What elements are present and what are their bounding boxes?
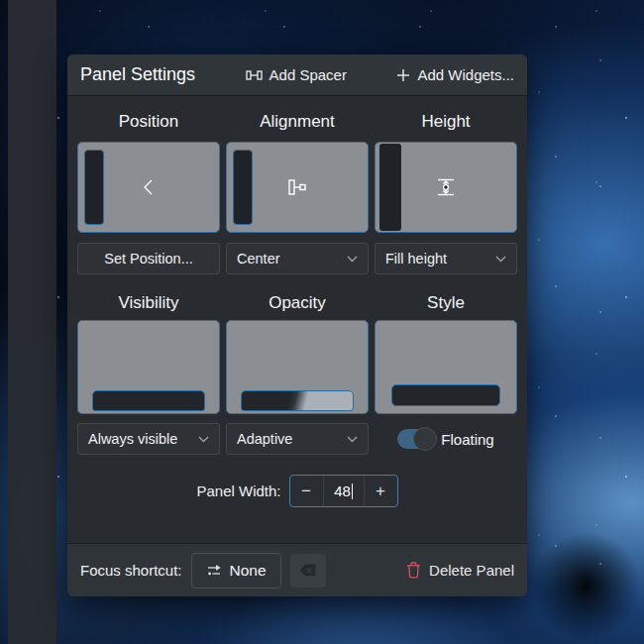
panel-width-label: Panel Width:: [196, 483, 280, 499]
alignment-icon: [227, 143, 368, 232]
adaptive-opacity-indicator: [241, 390, 354, 411]
visibility-combobox[interactable]: Always visible: [77, 423, 220, 455]
toggle-knob: [413, 427, 437, 451]
floating-toggle-label: Floating: [441, 431, 493, 448]
height-resize-icon: [376, 143, 516, 232]
height-label: Height: [375, 112, 517, 132]
floating-panel-indicator: [391, 384, 500, 406]
add-widgets-label: Add Widgets...: [417, 66, 514, 83]
clear-shortcut-button[interactable]: [290, 554, 326, 588]
opacity-preview: [226, 320, 369, 414]
dialog-title: Panel Settings: [80, 64, 195, 85]
panel-width-input[interactable]: 48: [323, 476, 365, 506]
panel-width-spinbox: − 48 +: [289, 475, 398, 507]
alignment-label: Alignment: [226, 112, 369, 132]
spacer-icon: [246, 68, 263, 82]
alignment-preview: [226, 142, 369, 233]
shortcut-config-icon: [206, 563, 222, 579]
set-position-label: Set Position...: [104, 251, 192, 267]
backspace-icon: [299, 564, 316, 577]
edited-panel-strip[interactable]: [8, 0, 56, 644]
visibility-value: Always visible: [88, 431, 177, 447]
delete-panel-button[interactable]: Delete Panel: [406, 562, 514, 579]
increment-button[interactable]: +: [365, 476, 397, 506]
chevron-down-icon: [347, 436, 358, 443]
text-cursor: [352, 483, 353, 499]
chevron-down-icon: [198, 436, 209, 443]
decrement-button[interactable]: −: [290, 476, 323, 506]
opacity-value: Adaptive: [237, 431, 292, 447]
focus-shortcut-button[interactable]: None: [191, 553, 281, 589]
add-spacer-label: Add Spacer: [269, 66, 347, 83]
trash-icon: [406, 562, 421, 579]
plus-icon: [396, 68, 410, 82]
alignment-combobox[interactable]: Center: [226, 243, 369, 274]
panel-settings-dialog: Panel Settings Add Spacer Add Widgets...…: [67, 54, 527, 596]
panel-width-value: 48: [334, 483, 351, 499]
add-spacer-button[interactable]: Add Spacer: [246, 66, 347, 83]
style-label: Style: [375, 293, 517, 313]
chevron-down-icon: [347, 256, 358, 263]
shortcut-value: None: [230, 562, 267, 580]
focus-shortcut-label: Focus shortcut:: [80, 562, 182, 579]
dialog-header: Panel Settings Add Spacer Add Widgets...: [67, 54, 527, 96]
height-value: Fill height: [385, 251, 447, 267]
height-preview: [375, 142, 517, 233]
move-left-arrow-button[interactable]: [78, 143, 219, 232]
position-label: Position: [77, 112, 220, 132]
opacity-combobox[interactable]: Adaptive: [226, 423, 369, 455]
delete-panel-label: Delete Panel: [429, 562, 514, 579]
chevron-down-icon: [495, 256, 506, 263]
visibility-label: Visibility: [77, 293, 220, 313]
height-combobox[interactable]: Fill height: [375, 243, 517, 274]
visibility-preview: [77, 320, 220, 414]
dialog-footer: Focus shortcut: None: [67, 543, 527, 596]
position-preview: [77, 142, 220, 233]
set-position-button[interactable]: Set Position...: [77, 243, 220, 274]
bottom-panel-indicator: [92, 390, 205, 411]
floating-toggle[interactable]: [397, 429, 435, 449]
alignment-value: Center: [237, 251, 280, 267]
add-widgets-button[interactable]: Add Widgets...: [396, 66, 514, 83]
opacity-label: Opacity: [226, 293, 369, 313]
style-preview: [375, 320, 517, 414]
